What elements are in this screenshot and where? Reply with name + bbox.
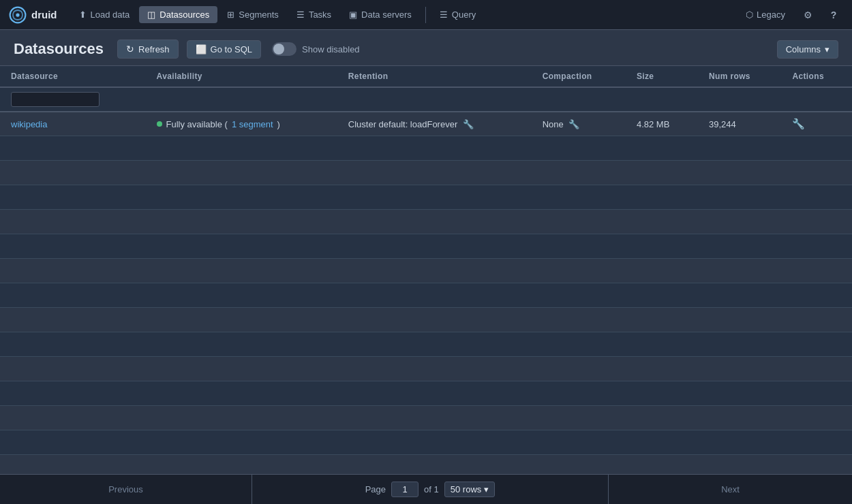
nav-right: ⬡ Legacy ⚙ ? — [739, 5, 844, 25]
col-datasource: Datasource — [0, 66, 146, 87]
cell-num-rows: 39,244 — [698, 112, 781, 136]
table-row-empty — [0, 430, 852, 455]
help-icon: ? — [831, 10, 837, 20]
table-footer: Previous Page of 1 50 rows ▾ Next — [0, 474, 852, 504]
nav-divider — [425, 7, 426, 23]
nav-item-segments[interactable]: ⊞ Segments — [219, 6, 287, 23]
app-name: druid — [31, 9, 57, 20]
page-number-input[interactable] — [391, 482, 419, 497]
col-retention: Retention — [337, 66, 532, 87]
nav-item-query[interactable]: ☰ Query — [431, 6, 484, 23]
table-row-empty — [0, 332, 852, 357]
columns-button[interactable]: Columns ▾ — [777, 40, 838, 59]
legacy-button[interactable]: ⬡ Legacy — [739, 7, 792, 22]
nav-bar: druid ⬆ Load data ◫ Datasources ⊞ Segmen… — [0, 0, 852, 30]
nav-item-label: Segments — [239, 10, 279, 20]
table-row-empty — [0, 406, 852, 430]
nav-item-label: Tasks — [309, 10, 331, 20]
druid-logo-icon — [8, 5, 27, 25]
table-row-empty — [0, 234, 852, 259]
segment-link[interactable]: 1 segment — [232, 119, 273, 129]
svg-point-1 — [16, 13, 19, 16]
of-label: of 1 — [424, 484, 439, 494]
retention-edit-icon[interactable]: 🔧 — [463, 119, 474, 129]
table-row: wikipedia Fully available (1 segment) Cl… — [0, 112, 852, 136]
table-row-empty — [0, 210, 852, 234]
nav-item-datasources[interactable]: ◫ Datasources — [139, 6, 217, 23]
availability-status: Fully available ( — [166, 119, 228, 129]
datasources-table-container: Datasource Availability Retention Compac… — [0, 65, 852, 474]
col-num-rows: Num rows — [698, 66, 781, 87]
page-title: Datasources — [14, 40, 104, 58]
refresh-icon: ↻ — [126, 44, 134, 54]
goto-sql-button[interactable]: ⬜ Go to SQL — [187, 40, 261, 59]
datasource-filter-input[interactable] — [11, 92, 100, 107]
query-icon: ☰ — [440, 10, 448, 20]
nav-item-data-servers[interactable]: ▣ Data servers — [341, 6, 420, 23]
nav-items: ⬆ Load data ◫ Datasources ⊞ Segments ☰ T… — [71, 6, 740, 23]
table-row-empty — [0, 357, 852, 381]
show-disabled-label: Show disabled — [302, 44, 360, 54]
availability-dot — [157, 121, 162, 127]
cell-compaction: None 🔧 — [532, 112, 626, 136]
settings-icon: ⚙ — [804, 10, 812, 20]
table-row-empty — [0, 283, 852, 308]
legacy-icon: ⬡ — [746, 10, 753, 20]
page-header: Datasources ↻ Refresh ⬜ Go to SQL Show d… — [0, 30, 852, 65]
datasources-table: Datasource Availability Retention Compac… — [0, 66, 852, 474]
datasource-link[interactable]: wikipedia — [11, 119, 47, 129]
show-disabled-toggle-row: Show disabled — [272, 42, 360, 56]
table-row-empty — [0, 136, 852, 161]
segments-icon: ⊞ — [227, 10, 234, 20]
main-content: Datasources ↻ Refresh ⬜ Go to SQL Show d… — [0, 30, 852, 504]
table-header-row: Datasource Availability Retention Compac… — [0, 66, 852, 87]
footer-center: Page of 1 50 rows ▾ — [252, 482, 608, 497]
col-size: Size — [626, 66, 698, 87]
sql-icon: ⬜ — [196, 44, 207, 54]
settings-button[interactable]: ⚙ — [797, 5, 818, 25]
nav-item-label: Query — [452, 10, 476, 20]
cell-retention: Cluster default: loadForever 🔧 — [337, 112, 532, 136]
chevron-down-icon: ▾ — [825, 44, 830, 54]
table-filter-row — [0, 87, 852, 112]
toggle-knob — [273, 44, 284, 54]
app-logo[interactable]: druid — [8, 5, 57, 25]
compaction-edit-icon[interactable]: 🔧 — [568, 119, 579, 129]
col-compaction: Compaction — [532, 66, 626, 87]
rows-per-page-select[interactable]: 50 rows ▾ — [444, 482, 496, 497]
table-row-empty — [0, 259, 852, 283]
cell-availability: Fully available (1 segment) — [146, 112, 337, 136]
cell-actions: 🔧 — [781, 112, 852, 136]
nav-item-load-data[interactable]: ⬆ Load data — [71, 6, 138, 23]
table-row-empty — [0, 455, 852, 475]
table-row-empty — [0, 161, 852, 185]
data-servers-icon: ▣ — [349, 10, 357, 20]
next-button[interactable]: Next — [608, 475, 852, 504]
actions-wrench-icon[interactable]: 🔧 — [792, 118, 805, 129]
col-availability: Availability — [146, 66, 337, 87]
nav-item-tasks[interactable]: ☰ Tasks — [288, 6, 339, 23]
nav-item-label: Data servers — [361, 10, 412, 20]
help-button[interactable]: ? — [823, 5, 844, 25]
refresh-button[interactable]: ↻ Refresh — [117, 40, 179, 59]
cell-size: 4.82 MB — [626, 112, 698, 136]
rows-select-chevron: ▾ — [484, 484, 489, 494]
cell-datasource: wikipedia — [0, 112, 146, 136]
col-actions: Actions — [781, 66, 852, 87]
table-row-empty — [0, 185, 852, 210]
load-data-icon: ⬆ — [79, 10, 87, 20]
show-disabled-toggle[interactable] — [272, 42, 296, 56]
page-label: Page — [365, 484, 386, 494]
previous-button[interactable]: Previous — [0, 475, 252, 504]
datasources-icon: ◫ — [147, 10, 155, 20]
nav-item-label: Datasources — [159, 10, 209, 20]
table-row-empty — [0, 381, 852, 406]
table-row-empty — [0, 308, 852, 332]
nav-item-label: Load data — [91, 10, 130, 20]
tasks-icon: ☰ — [296, 10, 305, 20]
